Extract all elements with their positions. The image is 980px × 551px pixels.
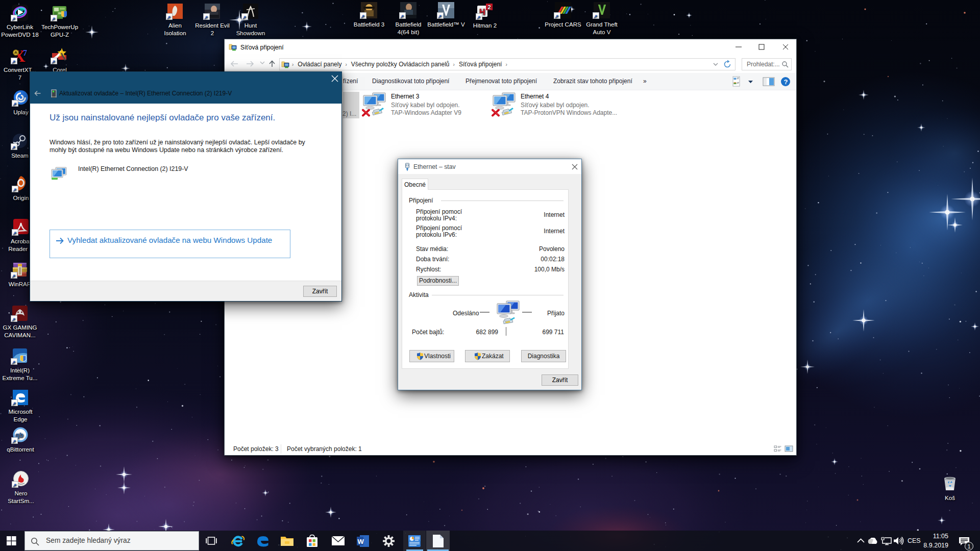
svg-text:7: 7 [23,48,27,57]
svg-text:2: 2 [488,4,491,10]
svg-text:?: ? [784,78,788,86]
svg-text:W: W [358,538,364,545]
